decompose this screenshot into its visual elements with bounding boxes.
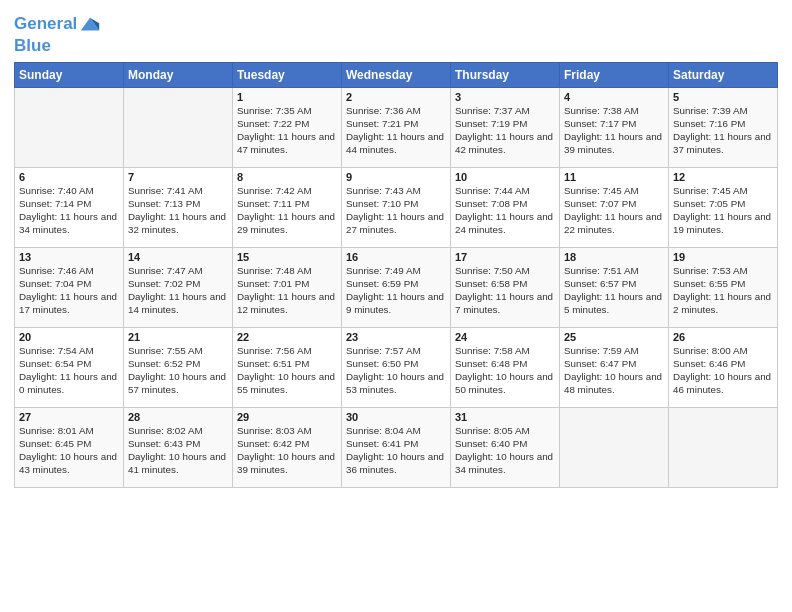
day-number: 31	[455, 411, 555, 423]
page-header: GeneralBlue	[14, 10, 778, 56]
day-number: 28	[128, 411, 228, 423]
day-number: 9	[346, 171, 446, 183]
day-number: 4	[564, 91, 664, 103]
day-number: 10	[455, 171, 555, 183]
day-info: Sunrise: 7:43 AMSunset: 7:10 PMDaylight:…	[346, 184, 446, 237]
calendar-dow-friday: Friday	[560, 62, 669, 87]
day-info: Sunrise: 8:05 AMSunset: 6:40 PMDaylight:…	[455, 424, 555, 477]
calendar-cell: 26Sunrise: 8:00 AMSunset: 6:46 PMDayligh…	[669, 327, 778, 407]
calendar-cell: 22Sunrise: 7:56 AMSunset: 6:51 PMDayligh…	[233, 327, 342, 407]
day-number: 21	[128, 331, 228, 343]
calendar-cell	[669, 407, 778, 487]
day-info: Sunrise: 7:51 AMSunset: 6:57 PMDaylight:…	[564, 264, 664, 317]
day-info: Sunrise: 7:39 AMSunset: 7:16 PMDaylight:…	[673, 104, 773, 157]
day-number: 13	[19, 251, 119, 263]
calendar-week-1: 1Sunrise: 7:35 AMSunset: 7:22 PMDaylight…	[15, 87, 778, 167]
day-info: Sunrise: 7:38 AMSunset: 7:17 PMDaylight:…	[564, 104, 664, 157]
calendar-dow-saturday: Saturday	[669, 62, 778, 87]
calendar-cell: 19Sunrise: 7:53 AMSunset: 6:55 PMDayligh…	[669, 247, 778, 327]
calendar-cell: 11Sunrise: 7:45 AMSunset: 7:07 PMDayligh…	[560, 167, 669, 247]
calendar-dow-wednesday: Wednesday	[342, 62, 451, 87]
day-info: Sunrise: 7:58 AMSunset: 6:48 PMDaylight:…	[455, 344, 555, 397]
calendar-cell: 31Sunrise: 8:05 AMSunset: 6:40 PMDayligh…	[451, 407, 560, 487]
day-info: Sunrise: 8:03 AMSunset: 6:42 PMDaylight:…	[237, 424, 337, 477]
day-number: 20	[19, 331, 119, 343]
calendar-week-2: 6Sunrise: 7:40 AMSunset: 7:14 PMDaylight…	[15, 167, 778, 247]
calendar-cell: 4Sunrise: 7:38 AMSunset: 7:17 PMDaylight…	[560, 87, 669, 167]
calendar-header-row: SundayMondayTuesdayWednesdayThursdayFrid…	[15, 62, 778, 87]
calendar-cell: 7Sunrise: 7:41 AMSunset: 7:13 PMDaylight…	[124, 167, 233, 247]
day-info: Sunrise: 8:01 AMSunset: 6:45 PMDaylight:…	[19, 424, 119, 477]
day-number: 8	[237, 171, 337, 183]
day-info: Sunrise: 7:57 AMSunset: 6:50 PMDaylight:…	[346, 344, 446, 397]
calendar-cell: 15Sunrise: 7:48 AMSunset: 7:01 PMDayligh…	[233, 247, 342, 327]
day-info: Sunrise: 7:45 AMSunset: 7:07 PMDaylight:…	[564, 184, 664, 237]
day-number: 7	[128, 171, 228, 183]
calendar-cell: 25Sunrise: 7:59 AMSunset: 6:47 PMDayligh…	[560, 327, 669, 407]
day-number: 2	[346, 91, 446, 103]
day-info: Sunrise: 7:54 AMSunset: 6:54 PMDaylight:…	[19, 344, 119, 397]
day-info: Sunrise: 7:35 AMSunset: 7:22 PMDaylight:…	[237, 104, 337, 157]
calendar-cell: 21Sunrise: 7:55 AMSunset: 6:52 PMDayligh…	[124, 327, 233, 407]
day-number: 16	[346, 251, 446, 263]
day-info: Sunrise: 7:56 AMSunset: 6:51 PMDaylight:…	[237, 344, 337, 397]
calendar-cell: 10Sunrise: 7:44 AMSunset: 7:08 PMDayligh…	[451, 167, 560, 247]
calendar-table: SundayMondayTuesdayWednesdayThursdayFrid…	[14, 62, 778, 488]
day-info: Sunrise: 8:04 AMSunset: 6:41 PMDaylight:…	[346, 424, 446, 477]
calendar-cell: 12Sunrise: 7:45 AMSunset: 7:05 PMDayligh…	[669, 167, 778, 247]
day-number: 24	[455, 331, 555, 343]
calendar-cell: 14Sunrise: 7:47 AMSunset: 7:02 PMDayligh…	[124, 247, 233, 327]
logo-text: GeneralBlue	[14, 14, 101, 56]
calendar-cell: 20Sunrise: 7:54 AMSunset: 6:54 PMDayligh…	[15, 327, 124, 407]
day-info: Sunrise: 7:53 AMSunset: 6:55 PMDaylight:…	[673, 264, 773, 317]
day-info: Sunrise: 7:41 AMSunset: 7:13 PMDaylight:…	[128, 184, 228, 237]
day-number: 3	[455, 91, 555, 103]
calendar-cell: 5Sunrise: 7:39 AMSunset: 7:16 PMDaylight…	[669, 87, 778, 167]
calendar-cell: 17Sunrise: 7:50 AMSunset: 6:58 PMDayligh…	[451, 247, 560, 327]
calendar-cell: 16Sunrise: 7:49 AMSunset: 6:59 PMDayligh…	[342, 247, 451, 327]
day-info: Sunrise: 7:46 AMSunset: 7:04 PMDaylight:…	[19, 264, 119, 317]
calendar-cell: 27Sunrise: 8:01 AMSunset: 6:45 PMDayligh…	[15, 407, 124, 487]
calendar-cell	[15, 87, 124, 167]
day-info: Sunrise: 7:36 AMSunset: 7:21 PMDaylight:…	[346, 104, 446, 157]
day-number: 14	[128, 251, 228, 263]
day-number: 25	[564, 331, 664, 343]
calendar-week-5: 27Sunrise: 8:01 AMSunset: 6:45 PMDayligh…	[15, 407, 778, 487]
day-number: 19	[673, 251, 773, 263]
day-number: 6	[19, 171, 119, 183]
calendar-cell: 1Sunrise: 7:35 AMSunset: 7:22 PMDaylight…	[233, 87, 342, 167]
calendar-cell: 6Sunrise: 7:40 AMSunset: 7:14 PMDaylight…	[15, 167, 124, 247]
day-info: Sunrise: 7:48 AMSunset: 7:01 PMDaylight:…	[237, 264, 337, 317]
day-number: 17	[455, 251, 555, 263]
day-info: Sunrise: 7:59 AMSunset: 6:47 PMDaylight:…	[564, 344, 664, 397]
logo: GeneralBlue	[14, 14, 101, 56]
calendar-dow-sunday: Sunday	[15, 62, 124, 87]
day-number: 1	[237, 91, 337, 103]
day-info: Sunrise: 8:02 AMSunset: 6:43 PMDaylight:…	[128, 424, 228, 477]
day-number: 29	[237, 411, 337, 423]
calendar-cell	[560, 407, 669, 487]
calendar-cell: 30Sunrise: 8:04 AMSunset: 6:41 PMDayligh…	[342, 407, 451, 487]
calendar-cell: 24Sunrise: 7:58 AMSunset: 6:48 PMDayligh…	[451, 327, 560, 407]
day-info: Sunrise: 7:42 AMSunset: 7:11 PMDaylight:…	[237, 184, 337, 237]
day-info: Sunrise: 7:49 AMSunset: 6:59 PMDaylight:…	[346, 264, 446, 317]
calendar-dow-thursday: Thursday	[451, 62, 560, 87]
calendar-dow-tuesday: Tuesday	[233, 62, 342, 87]
calendar-week-4: 20Sunrise: 7:54 AMSunset: 6:54 PMDayligh…	[15, 327, 778, 407]
day-info: Sunrise: 7:44 AMSunset: 7:08 PMDaylight:…	[455, 184, 555, 237]
day-info: Sunrise: 7:40 AMSunset: 7:14 PMDaylight:…	[19, 184, 119, 237]
calendar-dow-monday: Monday	[124, 62, 233, 87]
day-info: Sunrise: 7:55 AMSunset: 6:52 PMDaylight:…	[128, 344, 228, 397]
calendar-cell: 13Sunrise: 7:46 AMSunset: 7:04 PMDayligh…	[15, 247, 124, 327]
day-info: Sunrise: 7:45 AMSunset: 7:05 PMDaylight:…	[673, 184, 773, 237]
calendar-cell: 8Sunrise: 7:42 AMSunset: 7:11 PMDaylight…	[233, 167, 342, 247]
calendar-cell: 28Sunrise: 8:02 AMSunset: 6:43 PMDayligh…	[124, 407, 233, 487]
calendar-cell: 3Sunrise: 7:37 AMSunset: 7:19 PMDaylight…	[451, 87, 560, 167]
day-number: 18	[564, 251, 664, 263]
calendar-cell	[124, 87, 233, 167]
calendar-cell: 9Sunrise: 7:43 AMSunset: 7:10 PMDaylight…	[342, 167, 451, 247]
day-number: 11	[564, 171, 664, 183]
day-number: 12	[673, 171, 773, 183]
calendar-week-3: 13Sunrise: 7:46 AMSunset: 7:04 PMDayligh…	[15, 247, 778, 327]
day-info: Sunrise: 7:37 AMSunset: 7:19 PMDaylight:…	[455, 104, 555, 157]
